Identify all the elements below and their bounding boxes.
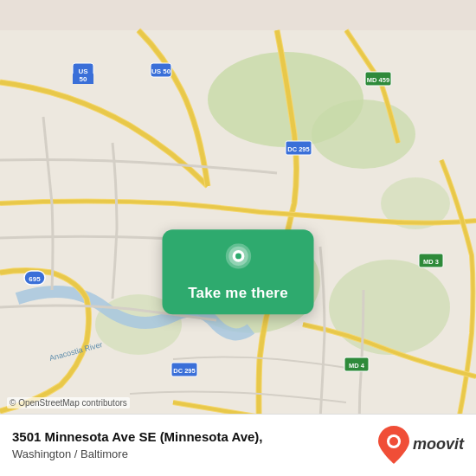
- svg-text:50: 50: [80, 75, 87, 83]
- svg-text:695: 695: [29, 275, 41, 283]
- place-subtitle: Washington / Baltimore: [12, 447, 263, 460]
- svg-point-33: [389, 437, 398, 446]
- info-bar: 3501 Minnesota Ave SE (Minnesota Ave), W…: [0, 414, 476, 476]
- map-attribution: © OpenStreetMap contributors: [7, 397, 130, 408]
- svg-text:DC 295: DC 295: [173, 367, 195, 375]
- svg-text:DC 295: DC 295: [287, 145, 309, 153]
- location-pin-icon: [222, 243, 254, 276]
- take-me-there-button[interactable]: Take me there: [163, 229, 314, 314]
- svg-text:MD 4: MD 4: [349, 362, 365, 370]
- svg-text:US 50: US 50: [151, 68, 171, 75]
- place-info: 3501 Minnesota Ave SE (Minnesota Ave), W…: [12, 428, 263, 460]
- map-container: US 50 US 50 MD 459 DC 295 MD 3 695 DC 29…: [0, 0, 476, 476]
- moovit-brand-text: moovit: [413, 435, 464, 453]
- svg-point-4: [329, 260, 450, 355]
- svg-point-2: [312, 100, 415, 169]
- attribution-text: © OpenStreetMap contributors: [10, 398, 127, 408]
- place-name: 3501 Minnesota Ave SE (Minnesota Ave),: [12, 428, 263, 446]
- moovit-logo-icon: [378, 426, 409, 464]
- svg-point-31: [235, 253, 241, 259]
- svg-text:MD 3: MD 3: [423, 258, 439, 266]
- svg-text:MD 459: MD 459: [367, 76, 389, 84]
- moovit-logo: moovit: [378, 426, 464, 464]
- button-label: Take me there: [188, 285, 288, 302]
